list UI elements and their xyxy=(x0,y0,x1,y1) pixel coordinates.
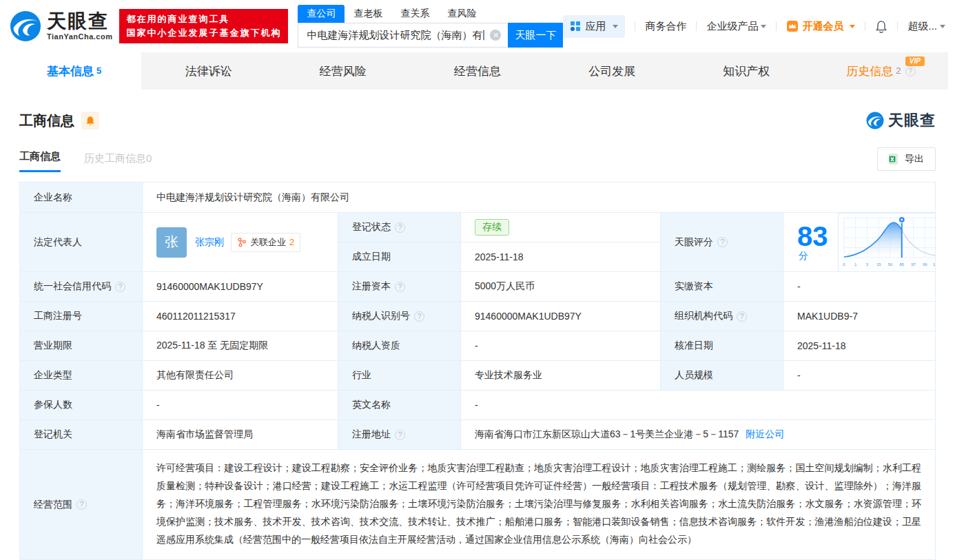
tab-intellectual-property[interactable]: 知识产权 xyxy=(679,52,814,90)
divider xyxy=(776,21,777,31)
notifications-bell-icon[interactable] xyxy=(875,20,887,33)
tab-basic-info[interactable]: 基本信息 5 xyxy=(7,52,141,90)
business-info-table: 企业名称 中电建海洋规划设计研究院（海南）有限公司 法定代表人 张 张宗刚 关联… xyxy=(19,182,936,560)
score-value: 83 xyxy=(797,221,828,251)
crown-icon xyxy=(786,20,799,32)
business-scope-value: 许可经营项目：建设工程设计；建设工程勘察；安全评价业务；地质灾害治理工程勘查；地… xyxy=(143,450,936,560)
nav-enterprise[interactable]: 企业级产品 xyxy=(706,20,766,33)
tab-company-development[interactable]: 公司发展 xyxy=(545,52,679,90)
svg-text:97: 97 xyxy=(911,262,916,267)
watermark-logo: 天眼查 xyxy=(866,110,936,131)
tab-legal-litigation[interactable]: 法律诉讼 xyxy=(141,52,276,90)
divider xyxy=(865,21,865,31)
subtab-business-info[interactable]: 工商信息 xyxy=(19,150,61,172)
staff-size-value: - xyxy=(783,361,936,391)
field-label: 法定代表人 xyxy=(20,213,143,272)
related-companies-badge[interactable]: 关联企业 2 xyxy=(231,233,300,252)
company-type-value: 其他有限责任公司 xyxy=(143,361,338,391)
watermark-text: 天眼查 xyxy=(888,110,936,131)
search-tab-boss[interactable]: 查老板 xyxy=(345,5,391,23)
brand-name: 天眼查 xyxy=(47,12,112,31)
help-icon[interactable] xyxy=(717,237,728,247)
field-label: 组织机构代码 xyxy=(661,302,783,331)
help-icon[interactable] xyxy=(905,66,916,76)
field-label: 注册地址 xyxy=(338,420,461,450)
tab-history-info[interactable]: VIP 历史信息 2 xyxy=(814,52,948,90)
field-label: 人员规模 xyxy=(661,361,783,391)
vip-badge: VIP xyxy=(905,56,925,66)
field-label: 纳税人资质 xyxy=(338,331,461,361)
divider xyxy=(696,21,697,31)
nearby-companies-link[interactable]: 附近公司 xyxy=(746,428,784,441)
credit-code-value: 91460000MAK1UDB97Y xyxy=(143,272,338,302)
field-label: 行业 xyxy=(338,361,461,391)
search-tab-risk[interactable]: 查风险 xyxy=(438,5,485,23)
slogan-banner: 都在用的商业查询工具 国家中小企业发展子基金旗下机构 xyxy=(119,9,288,43)
divider xyxy=(635,21,635,31)
help-icon[interactable] xyxy=(737,311,747,322)
excel-icon xyxy=(889,154,900,165)
reg-capital-value: 5000万人民币 xyxy=(461,272,661,302)
help-icon[interactable] xyxy=(115,282,125,292)
search-tab-company[interactable]: 查公司 xyxy=(298,5,345,23)
search-tab-relation[interactable]: 查关系 xyxy=(391,5,438,23)
search-button[interactable]: 天眼一下 xyxy=(508,23,563,48)
reg-address-value: 海南省海口市江东新区琼山大道63－1号美兰企业港－5－1157 xyxy=(475,428,739,441)
field-label: 企业名称 xyxy=(20,183,143,213)
reg-address-cell: 海南省海口市江东新区琼山大道63－1号美兰企业港－5－1157 附近公司 xyxy=(461,420,936,450)
field-label: 统一社会信用代码 xyxy=(20,272,143,302)
nav-open-vip[interactable]: 开通会员 xyxy=(786,20,855,33)
nav-cooperation[interactable]: 商务合作 xyxy=(645,20,686,33)
search-tabs: 查公司 查老板 查关系 查风险 xyxy=(298,5,563,23)
tab-operating-info[interactable]: 经营信息 xyxy=(410,52,544,90)
org-structure-icon xyxy=(237,238,247,247)
paid-capital-value: - xyxy=(783,272,936,302)
field-label: 注册资本 xyxy=(338,272,461,302)
top-nav: 应用 商务合作 企业级产品 开通会员 超级... xyxy=(563,15,945,38)
help-icon[interactable] xyxy=(76,499,87,510)
subtab-history-business-info[interactable]: 历史工商信息0 xyxy=(84,152,152,172)
main-content: 工商信息 天眼查 工商信息 历史工商信息0 导出 xyxy=(19,110,936,560)
reg-authority-value: 海南省市场监督管理局 xyxy=(143,420,338,450)
tab-count: 2 xyxy=(896,65,901,76)
business-term-value: 2025-11-18 至 无固定期限 xyxy=(143,331,338,361)
score-cell: 83分 xyxy=(783,213,936,272)
field-label: 核准日期 xyxy=(661,331,783,361)
slogan-line2: 国家中小企业发展子基金旗下机构 xyxy=(126,26,281,40)
chevron-down-icon xyxy=(850,25,855,28)
svg-text:1: 1 xyxy=(854,262,857,267)
help-icon[interactable] xyxy=(395,430,405,440)
subscribe-bell-button[interactable] xyxy=(81,112,99,129)
help-icon[interactable] xyxy=(395,282,405,292)
field-label: 天眼评分 xyxy=(661,213,783,272)
tianyancha-logo[interactable]: 天眼查 TianYanCha.com xyxy=(10,10,112,42)
search-input[interactable] xyxy=(298,23,508,48)
establish-date-value: 2025-11-18 xyxy=(461,242,661,272)
export-button[interactable]: 导出 xyxy=(877,147,936,171)
english-name-value: - xyxy=(461,391,936,420)
help-icon[interactable] xyxy=(395,222,405,233)
field-label: 企业类型 xyxy=(20,361,143,391)
field-label: 实缴资本 xyxy=(661,272,783,302)
chevron-down-icon xyxy=(613,25,618,28)
taxpayer-id-value: 91460000MAK1UDB97Y xyxy=(461,302,661,331)
divider xyxy=(897,21,898,31)
svg-text:99: 99 xyxy=(922,262,927,267)
apps-grid-icon xyxy=(570,21,581,32)
svg-text:3: 3 xyxy=(865,262,868,267)
bell-icon xyxy=(85,116,95,126)
chevron-down-icon xyxy=(761,25,766,28)
apps-menu-button[interactable]: 应用 xyxy=(563,15,625,38)
svg-text:50: 50 xyxy=(887,262,892,267)
avatar[interactable]: 张 xyxy=(156,227,187,258)
svg-text:0: 0 xyxy=(843,262,845,267)
svg-text:15: 15 xyxy=(876,262,881,267)
nav-super-vip[interactable]: 超级... xyxy=(907,20,945,33)
tab-operating-risk[interactable]: 经营风险 xyxy=(276,52,410,90)
field-label: 成立日期 xyxy=(338,242,461,272)
help-icon[interactable] xyxy=(414,311,424,322)
top-header: 天眼查 TianYanCha.com 都在用的商业查询工具 国家中小企业发展子基… xyxy=(0,0,955,52)
reg-number-value: 460112011215317 xyxy=(143,302,338,331)
field-label: 纳税人识别号 xyxy=(338,302,461,331)
legal-rep-link[interactable]: 张宗刚 xyxy=(195,236,224,249)
